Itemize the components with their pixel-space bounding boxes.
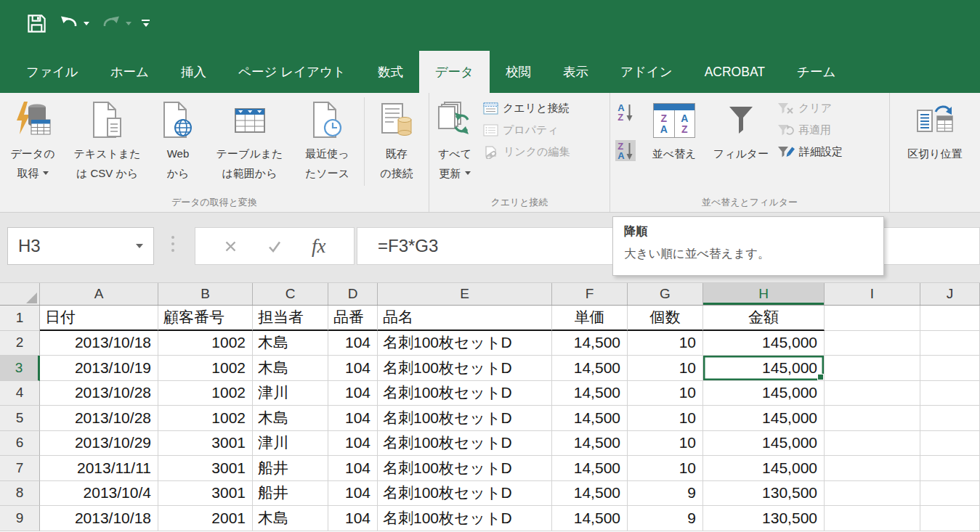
cell-A2[interactable]: 2013/10/18 — [40, 331, 158, 356]
cell-H1[interactable]: 金額 — [703, 306, 825, 331]
cell-H9[interactable]: 130,500 — [703, 506, 825, 531]
cell-D6[interactable]: 104 — [328, 431, 378, 457]
cell-C5[interactable]: 木島 — [253, 406, 328, 431]
cell-G4[interactable]: 10 — [628, 381, 703, 406]
cell-H3[interactable]: 145,000 — [703, 356, 825, 381]
formula-bar-resize-handle[interactable] — [171, 236, 174, 252]
cell-B2[interactable]: 1002 — [158, 331, 253, 356]
refresh-all-button[interactable]: すべて更新 — [429, 94, 480, 190]
cell-J5[interactable] — [920, 406, 980, 431]
filter-button[interactable]: フィルター — [708, 94, 774, 190]
customize-quick-access-button[interactable] — [142, 20, 150, 27]
column-header-C[interactable]: C — [253, 283, 328, 305]
cell-F9[interactable]: 14,500 — [552, 506, 628, 531]
cell-C7[interactable]: 船井 — [253, 456, 328, 481]
name-box[interactable]: H3 — [7, 227, 154, 265]
undo-button[interactable] — [57, 13, 89, 33]
cell-J4[interactable] — [920, 381, 980, 406]
cell-E1[interactable]: 品名 — [378, 306, 552, 331]
cell-F2[interactable]: 14,500 — [552, 331, 628, 356]
cell-B8[interactable]: 3001 — [158, 481, 253, 507]
row-header-9[interactable]: 9 — [0, 506, 40, 531]
recent-sources-button[interactable]: 最近使ったソース — [292, 94, 363, 190]
insert-function-button[interactable]: fx — [312, 235, 326, 258]
cell-C6[interactable]: 津川 — [253, 431, 328, 457]
cell-A5[interactable]: 2013/10/28 — [40, 406, 158, 431]
cell-A6[interactable]: 2013/10/29 — [40, 431, 158, 457]
cell-A9[interactable]: 2013/10/18 — [40, 506, 158, 531]
row-header-4[interactable]: 4 — [0, 381, 40, 406]
cell-D2[interactable]: 104 — [328, 331, 378, 356]
sort-ascending-button[interactable]: AZ — [615, 102, 635, 123]
column-header-E[interactable]: E — [378, 283, 552, 305]
cell-J6[interactable] — [920, 431, 980, 457]
cell-A3[interactable]: 2013/10/19 — [40, 356, 158, 381]
tab-校閲[interactable]: 校閲 — [490, 51, 547, 93]
cell-F5[interactable]: 14,500 — [552, 406, 628, 431]
cell-I9[interactable] — [825, 506, 920, 531]
column-header-G[interactable]: G — [628, 283, 703, 305]
cell-A8[interactable]: 2013/10/4 — [40, 481, 158, 507]
row-header-7[interactable]: 7 — [0, 456, 40, 481]
row-header-5[interactable]: 5 — [0, 406, 40, 431]
undo-dropdown-caret[interactable] — [84, 22, 89, 25]
cell-H5[interactable]: 145,000 — [703, 406, 825, 431]
cell-A7[interactable]: 2013/11/11 — [40, 456, 158, 481]
cell-G1[interactable]: 個数 — [628, 306, 703, 331]
sort-dialog-button[interactable]: ZA AZ 並べ替え — [641, 94, 708, 190]
row-header-2[interactable]: 2 — [0, 331, 40, 356]
column-header-F[interactable]: F — [552, 283, 628, 305]
tab-ACROBAT[interactable]: ACROBAT — [689, 51, 781, 93]
tab-ホーム[interactable]: ホーム — [94, 51, 165, 93]
cell-A1[interactable]: 日付 — [40, 306, 158, 331]
cell-G2[interactable]: 10 — [628, 331, 703, 356]
cell-C3[interactable]: 木島 — [253, 356, 328, 381]
cell-I8[interactable] — [825, 481, 920, 507]
cell-D4[interactable]: 104 — [328, 381, 378, 406]
cell-G7[interactable]: 10 — [628, 456, 703, 481]
cell-B5[interactable]: 1002 — [158, 406, 253, 431]
cell-G5[interactable]: 10 — [628, 406, 703, 431]
tab-表示[interactable]: 表示 — [547, 51, 604, 93]
tab-アドイン[interactable]: アドイン — [604, 51, 689, 93]
cell-I4[interactable] — [825, 381, 920, 406]
cell-I2[interactable] — [825, 331, 920, 356]
column-header-B[interactable]: B — [158, 283, 253, 305]
cell-B7[interactable]: 3001 — [158, 456, 253, 481]
from-web-button[interactable]: Webから — [149, 94, 207, 190]
cell-F3[interactable]: 14,500 — [552, 356, 628, 381]
cell-E4[interactable]: 名刺100枚セットD — [378, 381, 552, 406]
row-header-3[interactable]: 3 — [0, 356, 40, 381]
cell-F6[interactable]: 14,500 — [552, 431, 628, 457]
cell-I3[interactable] — [825, 356, 920, 381]
cell-E5[interactable]: 名刺100枚セットD — [378, 406, 552, 431]
cell-C9[interactable]: 木島 — [253, 506, 328, 531]
row-header-8[interactable]: 8 — [0, 481, 40, 507]
cell-H6[interactable]: 145,000 — [703, 431, 825, 457]
cell-E6[interactable]: 名刺100枚セットD — [378, 431, 552, 457]
advanced-filter-button[interactable]: 詳細設定 — [774, 144, 889, 160]
cell-G6[interactable]: 10 — [628, 431, 703, 457]
cell-H2[interactable]: 145,000 — [703, 331, 825, 356]
cell-D5[interactable]: 104 — [328, 406, 378, 431]
cell-B1[interactable]: 顧客番号 — [158, 306, 253, 331]
from-table-range-button[interactable]: テーブルまたは範囲から — [207, 94, 292, 190]
cell-I6[interactable] — [825, 431, 920, 457]
column-header-D[interactable]: D — [328, 283, 378, 305]
cell-E9[interactable]: 名刺100枚セットD — [378, 506, 552, 531]
cell-B9[interactable]: 2001 — [158, 506, 253, 531]
cell-G3[interactable]: 10 — [628, 356, 703, 381]
cell-J1[interactable] — [920, 306, 980, 331]
cell-E3[interactable]: 名刺100枚セットD — [378, 356, 552, 381]
existing-connections-button[interactable]: 既存の接続 — [366, 94, 427, 190]
column-header-A[interactable]: A — [40, 283, 158, 305]
cell-F8[interactable]: 14,500 — [552, 481, 628, 507]
cell-D7[interactable]: 104 — [328, 456, 378, 481]
cell-A4[interactable]: 2013/10/28 — [40, 381, 158, 406]
cell-C1[interactable]: 担当者 — [253, 306, 328, 331]
cell-J8[interactable] — [920, 481, 980, 507]
cell-D8[interactable]: 104 — [328, 481, 378, 507]
save-button[interactable] — [26, 13, 47, 34]
cell-B3[interactable]: 1002 — [158, 356, 253, 381]
cell-B6[interactable]: 3001 — [158, 431, 253, 457]
